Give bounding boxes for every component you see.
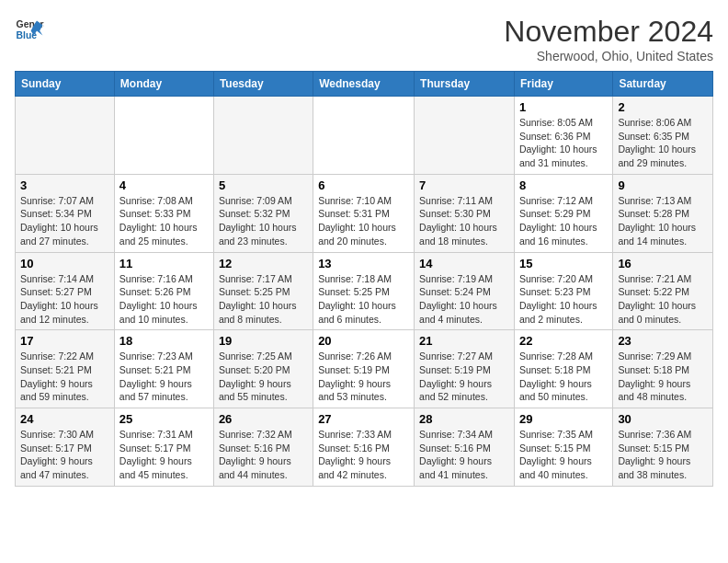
weekday-header-sunday: Sunday (16, 72, 115, 97)
weekday-header-row: SundayMondayTuesdayWednesdayThursdayFrid… (16, 72, 713, 97)
day-number: 15 (519, 257, 608, 270)
calendar-cell: 25Sunrise: 7:31 AM Sunset: 5:17 PM Dayli… (114, 408, 213, 487)
calendar-cell: 6Sunrise: 7:10 AM Sunset: 5:31 PM Daylig… (313, 174, 415, 252)
day-info: Sunrise: 7:35 AM Sunset: 5:15 PM Dayligh… (519, 428, 608, 482)
calendar-cell: 19Sunrise: 7:25 AM Sunset: 5:20 PM Dayli… (213, 330, 313, 408)
weekday-header-saturday: Saturday (613, 72, 713, 97)
calendar-cell: 4Sunrise: 7:08 AM Sunset: 5:33 PM Daylig… (114, 174, 213, 252)
day-number: 22 (519, 334, 608, 348)
day-number: 2 (618, 100, 708, 114)
day-info: Sunrise: 7:20 AM Sunset: 5:23 PM Dayligh… (519, 272, 608, 327)
day-number: 13 (318, 257, 409, 270)
day-number: 14 (419, 257, 509, 270)
calendar-cell: 27Sunrise: 7:33 AM Sunset: 5:16 PM Dayli… (313, 408, 415, 487)
day-info: Sunrise: 7:13 AM Sunset: 5:28 PM Dayligh… (618, 194, 708, 248)
calendar-table: SundayMondayTuesdayWednesdayThursdayFrid… (15, 71, 713, 487)
day-number: 25 (119, 412, 209, 426)
calendar-cell: 10Sunrise: 7:14 AM Sunset: 5:27 PM Dayli… (16, 252, 115, 330)
calendar-cell: 22Sunrise: 7:28 AM Sunset: 5:18 PM Dayli… (514, 330, 612, 408)
weekday-header-tuesday: Tuesday (213, 72, 313, 97)
calendar-cell: 18Sunrise: 7:23 AM Sunset: 5:21 PM Dayli… (114, 330, 213, 408)
calendar-cell: 2Sunrise: 8:06 AM Sunset: 6:35 PM Daylig… (613, 97, 713, 175)
day-info: Sunrise: 7:12 AM Sunset: 5:29 PM Dayligh… (519, 194, 608, 248)
day-number: 29 (519, 412, 608, 426)
day-info: Sunrise: 7:10 AM Sunset: 5:31 PM Dayligh… (318, 194, 409, 248)
day-number: 24 (20, 412, 109, 426)
calendar-cell: 8Sunrise: 7:12 AM Sunset: 5:29 PM Daylig… (514, 174, 612, 252)
day-info: Sunrise: 7:27 AM Sunset: 5:19 PM Dayligh… (419, 350, 509, 404)
day-info: Sunrise: 7:26 AM Sunset: 5:19 PM Dayligh… (318, 350, 409, 404)
calendar-cell: 1Sunrise: 8:05 AM Sunset: 6:36 PM Daylig… (514, 97, 612, 175)
page-header: General Blue November 2024 Sherwood, Ohi… (15, 15, 713, 63)
day-number: 3 (20, 178, 109, 192)
calendar-cell: 9Sunrise: 7:13 AM Sunset: 5:28 PM Daylig… (613, 174, 713, 252)
day-number: 26 (219, 412, 308, 426)
day-info: Sunrise: 7:07 AM Sunset: 5:34 PM Dayligh… (20, 194, 109, 248)
day-info: Sunrise: 7:30 AM Sunset: 5:17 PM Dayligh… (20, 428, 109, 482)
calendar-cell: 24Sunrise: 7:30 AM Sunset: 5:17 PM Dayli… (16, 408, 115, 487)
calendar-cell: 14Sunrise: 7:19 AM Sunset: 5:24 PM Dayli… (415, 252, 515, 330)
day-number: 27 (318, 412, 409, 426)
calendar-cell: 11Sunrise: 7:16 AM Sunset: 5:26 PM Dayli… (114, 252, 213, 330)
week-row-4: 17Sunrise: 7:22 AM Sunset: 5:21 PM Dayli… (16, 330, 713, 408)
logo-icon: General Blue (15, 15, 44, 44)
day-number: 8 (519, 178, 608, 192)
day-info: Sunrise: 7:17 AM Sunset: 5:25 PM Dayligh… (219, 272, 308, 327)
day-number: 18 (119, 334, 209, 348)
calendar-cell (213, 97, 313, 175)
calendar-cell: 20Sunrise: 7:26 AM Sunset: 5:19 PM Dayli… (313, 330, 415, 408)
day-info: Sunrise: 7:23 AM Sunset: 5:21 PM Dayligh… (119, 350, 209, 404)
day-number: 10 (20, 257, 109, 270)
day-number: 30 (618, 412, 708, 426)
day-number: 4 (119, 178, 209, 192)
day-info: Sunrise: 7:32 AM Sunset: 5:16 PM Dayligh… (219, 428, 308, 482)
logo: General Blue (15, 15, 44, 44)
day-number: 21 (419, 334, 509, 348)
day-number: 19 (219, 334, 308, 348)
calendar-cell (415, 97, 515, 175)
day-info: Sunrise: 7:34 AM Sunset: 5:16 PM Dayligh… (419, 428, 509, 482)
calendar-cell (16, 97, 115, 175)
calendar-cell: 15Sunrise: 7:20 AM Sunset: 5:23 PM Dayli… (514, 252, 612, 330)
day-info: Sunrise: 7:33 AM Sunset: 5:16 PM Dayligh… (318, 428, 409, 482)
week-row-5: 24Sunrise: 7:30 AM Sunset: 5:17 PM Dayli… (16, 408, 713, 487)
calendar-cell: 5Sunrise: 7:09 AM Sunset: 5:32 PM Daylig… (213, 174, 313, 252)
week-row-3: 10Sunrise: 7:14 AM Sunset: 5:27 PM Dayli… (16, 252, 713, 330)
day-number: 7 (419, 178, 509, 192)
calendar-cell: 28Sunrise: 7:34 AM Sunset: 5:16 PM Dayli… (415, 408, 515, 487)
calendar-cell: 17Sunrise: 7:22 AM Sunset: 5:21 PM Dayli… (16, 330, 115, 408)
day-number: 23 (618, 334, 708, 348)
calendar-cell: 16Sunrise: 7:21 AM Sunset: 5:22 PM Dayli… (613, 252, 713, 330)
day-info: Sunrise: 7:22 AM Sunset: 5:21 PM Dayligh… (20, 350, 109, 404)
day-number: 11 (119, 257, 209, 270)
day-info: Sunrise: 8:06 AM Sunset: 6:35 PM Dayligh… (618, 116, 708, 170)
day-info: Sunrise: 7:09 AM Sunset: 5:32 PM Dayligh… (219, 194, 308, 248)
day-number: 12 (219, 257, 308, 270)
day-info: Sunrise: 7:19 AM Sunset: 5:24 PM Dayligh… (419, 272, 509, 327)
weekday-header-wednesday: Wednesday (313, 72, 415, 97)
day-info: Sunrise: 7:28 AM Sunset: 5:18 PM Dayligh… (519, 350, 608, 404)
day-number: 5 (219, 178, 308, 192)
day-info: Sunrise: 7:21 AM Sunset: 5:22 PM Dayligh… (618, 272, 708, 327)
weekday-header-monday: Monday (114, 72, 213, 97)
week-row-2: 3Sunrise: 7:07 AM Sunset: 5:34 PM Daylig… (16, 174, 713, 252)
month-title: November 2024 (504, 15, 713, 49)
day-number: 9 (618, 178, 708, 192)
calendar-cell: 3Sunrise: 7:07 AM Sunset: 5:34 PM Daylig… (16, 174, 115, 252)
weekday-header-friday: Friday (514, 72, 612, 97)
title-block: November 2024 Sherwood, Ohio, United Sta… (504, 15, 713, 63)
calendar-cell: 29Sunrise: 7:35 AM Sunset: 5:15 PM Dayli… (514, 408, 612, 487)
day-info: Sunrise: 7:14 AM Sunset: 5:27 PM Dayligh… (20, 272, 109, 327)
day-info: Sunrise: 7:11 AM Sunset: 5:30 PM Dayligh… (419, 194, 509, 248)
calendar-cell: 21Sunrise: 7:27 AM Sunset: 5:19 PM Dayli… (415, 330, 515, 408)
day-number: 6 (318, 178, 409, 192)
day-number: 1 (519, 100, 608, 114)
day-number: 17 (20, 334, 109, 348)
calendar-cell (114, 97, 213, 175)
calendar-cell: 12Sunrise: 7:17 AM Sunset: 5:25 PM Dayli… (213, 252, 313, 330)
day-info: Sunrise: 7:18 AM Sunset: 5:25 PM Dayligh… (318, 272, 409, 327)
calendar-cell: 26Sunrise: 7:32 AM Sunset: 5:16 PM Dayli… (213, 408, 313, 487)
day-number: 20 (318, 334, 409, 348)
day-info: Sunrise: 7:16 AM Sunset: 5:26 PM Dayligh… (119, 272, 209, 327)
day-info: Sunrise: 7:29 AM Sunset: 5:18 PM Dayligh… (618, 350, 708, 404)
